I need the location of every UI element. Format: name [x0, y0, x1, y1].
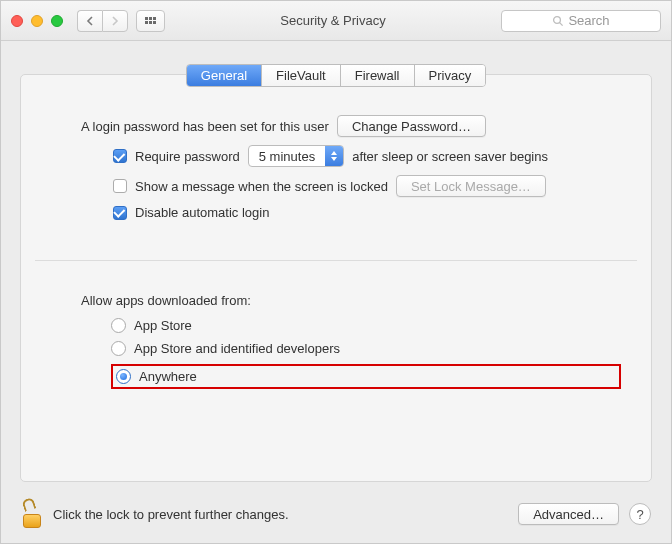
forward-button[interactable] [102, 10, 128, 32]
footer: Click the lock to prevent further change… [1, 485, 671, 543]
section-divider [35, 260, 637, 261]
gatekeeper-heading: Allow apps downloaded from: [81, 293, 621, 308]
require-password-label: Require password [135, 149, 240, 164]
gatekeeper-options: App Store App Store and identified devel… [111, 318, 621, 389]
titlebar: Security & Privacy Search [1, 1, 671, 41]
show-message-label: Show a message when the screen is locked [135, 179, 388, 194]
zoom-button[interactable] [51, 15, 63, 27]
tab-filevault[interactable]: FileVault [262, 65, 341, 86]
lock-icon[interactable] [21, 500, 43, 528]
tab-privacy[interactable]: Privacy [415, 65, 486, 86]
search-placeholder: Search [568, 13, 609, 28]
chevron-left-icon [86, 16, 94, 26]
radio-identified-developers[interactable] [111, 341, 126, 356]
show-message-checkbox[interactable] [113, 179, 127, 193]
window-title: Security & Privacy [173, 13, 493, 28]
security-privacy-window: Security & Privacy Search General FileVa… [0, 0, 672, 544]
preferences-panel: General FileVault Firewall Privacy A log… [20, 74, 652, 482]
radio-anywhere-label: Anywhere [139, 369, 197, 384]
minimize-button[interactable] [31, 15, 43, 27]
help-button[interactable]: ? [629, 503, 651, 525]
tab-bar: General FileVault Firewall Privacy [21, 64, 651, 87]
back-button[interactable] [77, 10, 102, 32]
set-lock-message-button[interactable]: Set Lock Message… [396, 175, 546, 197]
chevron-right-icon [111, 16, 119, 26]
gatekeeper-section: Allow apps downloaded from: App Store Ap… [81, 293, 621, 389]
change-password-button[interactable]: Change Password… [337, 115, 486, 137]
stepper-arrows-icon [325, 146, 343, 166]
grid-icon [145, 17, 156, 24]
require-password-checkbox[interactable] [113, 149, 127, 163]
disable-auto-login-checkbox[interactable] [113, 206, 127, 220]
radio-app-store-label: App Store [134, 318, 192, 333]
disable-auto-login-label: Disable automatic login [135, 205, 269, 220]
tab-general[interactable]: General [187, 65, 262, 86]
radio-identified-developers-label: App Store and identified developers [134, 341, 340, 356]
nav-buttons [77, 10, 128, 32]
close-button[interactable] [11, 15, 23, 27]
search-input[interactable]: Search [501, 10, 661, 32]
search-icon [552, 15, 564, 27]
password-set-text: A login password has been set for this u… [81, 119, 329, 134]
show-all-button[interactable] [136, 10, 165, 32]
radio-app-store[interactable] [111, 318, 126, 333]
require-password-delay-value: 5 minutes [249, 149, 325, 164]
lock-text: Click the lock to prevent further change… [53, 507, 289, 522]
advanced-button[interactable]: Advanced… [518, 503, 619, 525]
anywhere-highlight: Anywhere [111, 364, 621, 389]
window-controls [11, 15, 63, 27]
content-area: General FileVault Firewall Privacy A log… [1, 41, 671, 485]
login-section: A login password has been set for this u… [81, 115, 621, 228]
require-password-delay-popup[interactable]: 5 minutes [248, 145, 344, 167]
radio-anywhere[interactable] [116, 369, 131, 384]
svg-point-0 [554, 16, 561, 23]
svg-line-1 [560, 22, 563, 25]
require-password-suffix: after sleep or screen saver begins [352, 149, 548, 164]
tab-firewall[interactable]: Firewall [341, 65, 415, 86]
